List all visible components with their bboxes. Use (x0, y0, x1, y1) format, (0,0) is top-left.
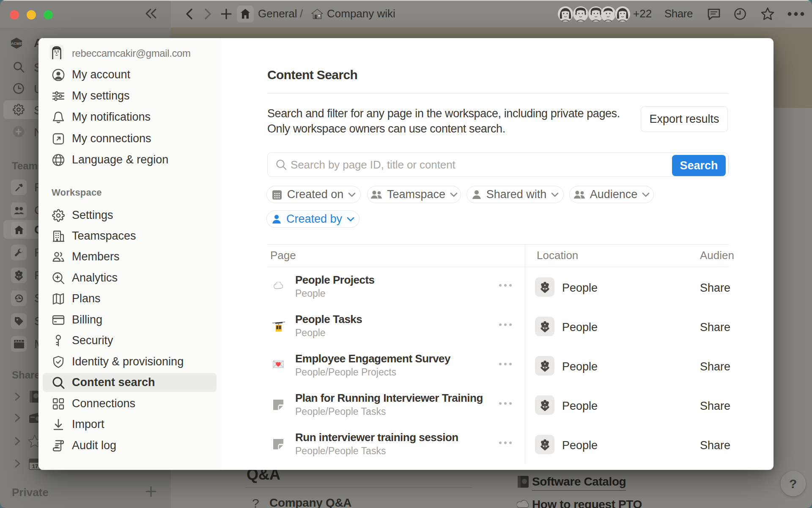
svg-text:ACME: ACME (11, 41, 22, 46)
svg-text:17: 17 (32, 463, 38, 469)
